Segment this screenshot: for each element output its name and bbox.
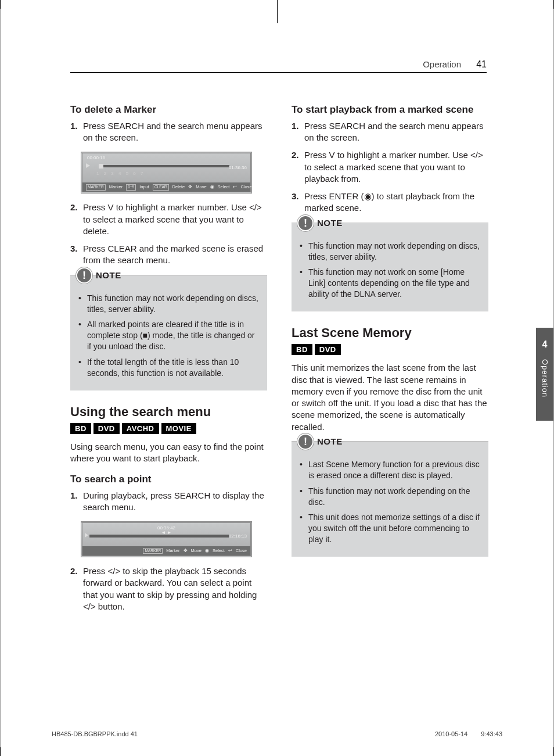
note-item: This function may not work depending on … <box>300 486 480 508</box>
exclamation-icon: ! <box>297 433 314 450</box>
note-label: NOTE <box>317 436 343 447</box>
tag: AVCHD <box>122 423 159 435</box>
heading-last-scene-memory: Last Scene Memory <box>292 324 488 342</box>
note-item: This function may not work on some [Home… <box>300 267 480 300</box>
intro-paragraph: Using search menu, you can easy to find … <box>70 441 267 465</box>
heading-search-point: To search a point <box>70 473 267 486</box>
right-column: To start playback from a marked scene 1.… <box>292 103 488 621</box>
osd-label: Close <box>236 548 247 554</box>
play-icon <box>85 533 88 538</box>
numeric-key-icon: 0~9 <box>126 184 136 191</box>
osd-label: Close <box>240 184 251 190</box>
content-columns: To delete a Marker 1.Press SEARCH and th… <box>70 103 488 621</box>
list-item: 1.During playback, press SEARCH to displ… <box>70 490 267 514</box>
note-box: ! NOTE This function may not work depend… <box>70 275 267 390</box>
media-tags: BD DVD AVCHD MOVIE <box>70 423 267 435</box>
list-item: 2.Press V to highlight a marker number. … <box>70 202 267 237</box>
note-label: NOTE <box>96 270 121 281</box>
list-item: 3.Press CLEAR and the marked scene is er… <box>70 243 267 267</box>
last-scene-paragraph: This unit memorizes the last scene from … <box>292 362 488 433</box>
play-icon <box>86 163 90 168</box>
marker-key-icon: MARKER <box>143 548 163 554</box>
clear-key-icon: CLEAR <box>153 184 169 191</box>
list-item: 2.Press </> to skip the playback 15 seco… <box>70 565 267 612</box>
timecode-total: 02:16:13 <box>229 533 247 540</box>
media-tags: BD DVD <box>292 344 488 356</box>
note-badge: ! NOTE <box>297 433 343 450</box>
list-item: 1.Press SEARCH and the search menu appea… <box>292 120 488 144</box>
exclamation-icon: ! <box>76 267 92 284</box>
chapter-label: Operation <box>539 359 550 397</box>
note-item: All marked points are cleared if the tit… <box>78 319 259 352</box>
osd-control-bar: MARKER Marker 0~9 Input CLEAR Delete ✥ M… <box>82 182 250 192</box>
page-divider <box>277 0 278 23</box>
osd-label: Select <box>218 184 230 190</box>
page-footer: HB485-DB.BGBRPPK.indd 41 2010-05-14 9:43… <box>52 730 502 739</box>
marker-key-icon: MARKER <box>86 184 106 191</box>
note-badge: ! NOTE <box>76 267 121 284</box>
left-column: To delete a Marker 1.Press SEARCH and th… <box>70 103 267 621</box>
marker-numbers: 1 2 3 4 5 6 7 <box>96 171 145 177</box>
search-point-steps: 1.During playback, press SEARCH to displ… <box>70 490 267 514</box>
note-box: ! NOTE Last Scene Memory function for a … <box>292 441 488 557</box>
section-name: Operation <box>423 59 461 69</box>
move-icon: ✥ <box>184 548 188 554</box>
list-item: 2.Press V to highlight a marker number. … <box>292 149 488 185</box>
osd-label: Move <box>191 548 202 554</box>
exclamation-icon: ! <box>297 215 314 231</box>
note-badge: ! NOTE <box>297 215 343 231</box>
note-item: This function may not work depending on … <box>300 241 480 263</box>
manual-page: Operation 41 4 Operation To delete a Mar… <box>0 0 554 756</box>
heading-start-playback: To start playback from a marked scene <box>292 103 488 117</box>
osd-label: Marker <box>109 184 123 190</box>
note-box: ! NOTE This function may not work depend… <box>292 223 488 311</box>
tag: BD <box>70 423 91 435</box>
tag: MOVIE <box>161 423 196 435</box>
footer-timestamp: 2010-05-14 9:43:43 <box>435 730 502 739</box>
progress-bar <box>99 165 229 167</box>
header-rule <box>70 72 487 73</box>
osd-label: Delete <box>172 184 185 190</box>
running-header: Operation 41 <box>423 58 487 71</box>
chapter-tab: 4 Operation <box>536 328 553 421</box>
timecode-current: 00:00:16 <box>87 155 105 162</box>
search-menu-screenshot-skip: 00:35:42 ◄ ► 02:16:13 MARKER Marker ✥ Mo… <box>81 521 252 557</box>
osd-label: Input <box>139 184 149 190</box>
heading-delete-marker: To delete a Marker <box>70 103 267 117</box>
osd-label: Move <box>196 184 206 190</box>
heading-using-search-menu: Using the search menu <box>70 403 267 421</box>
note-item: This unit does not memorize settings of … <box>300 512 480 545</box>
close-icon: ↩ <box>228 548 232 554</box>
page-number: 41 <box>476 59 487 69</box>
move-icon: ✥ <box>188 184 192 190</box>
search-point-steps-cont: 2.Press </> to skip the playback 15 seco… <box>70 565 267 612</box>
list-item: 1.Press SEARCH and the search menu appea… <box>70 120 267 144</box>
list-item: 3.Press ENTER (◉) to start playback from… <box>292 191 488 214</box>
delete-marker-steps-cont: 2.Press V to highlight a marker number. … <box>70 202 267 266</box>
chapter-number: 4 <box>542 338 548 351</box>
crop-mark <box>545 0 554 9</box>
note-label: NOTE <box>317 217 343 229</box>
note-item: This function may not work depending on … <box>78 293 259 315</box>
crop-mark <box>0 747 9 756</box>
tag: DVD <box>315 344 341 356</box>
osd-label: Marker <box>166 548 179 554</box>
start-playback-steps: 1.Press SEARCH and the search menu appea… <box>292 120 488 214</box>
select-icon: ◉ <box>210 184 214 190</box>
select-icon: ◉ <box>205 548 209 554</box>
tag: BD <box>292 344 312 356</box>
search-menu-screenshot-markers: 00:00:16 01:36:36 1 2 3 4 5 6 7 MARKER M… <box>81 152 252 194</box>
crop-mark <box>0 0 9 9</box>
crop-mark <box>545 747 554 756</box>
delete-marker-steps: 1.Press SEARCH and the search menu appea… <box>70 120 267 144</box>
timecode-total: 01:36:36 <box>229 165 247 171</box>
note-item: If the total length of the title is less… <box>78 357 259 379</box>
progress-bar <box>89 535 229 538</box>
tag: DVD <box>93 423 120 435</box>
close-icon: ↩ <box>233 184 237 190</box>
osd-label: Select <box>213 548 225 554</box>
source-file: HB485-DB.BGBRPPK.indd 41 <box>52 730 138 739</box>
osd-control-bar: MARKER Marker ✥ Move ◉ Select ↩ Close <box>82 546 250 556</box>
note-item: Last Scene Memory function for a previou… <box>300 459 480 481</box>
